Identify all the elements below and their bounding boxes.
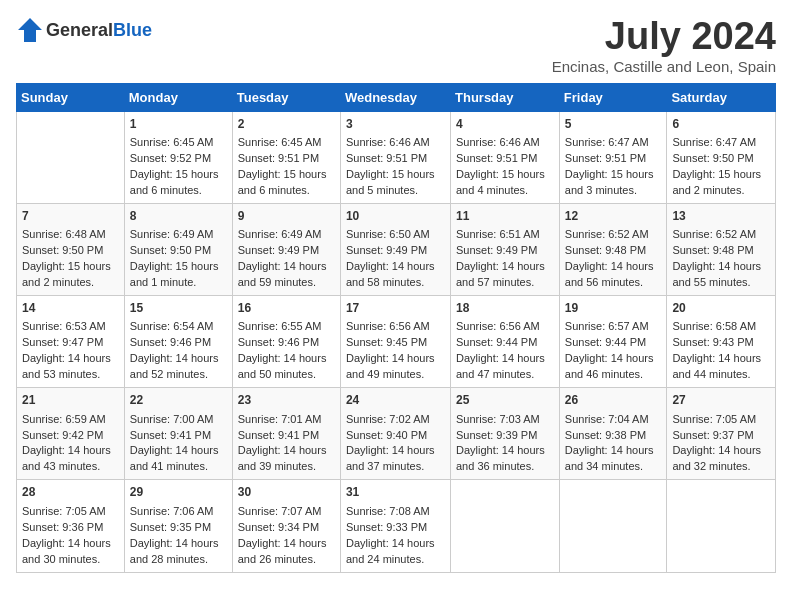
- cell-content: and 3 minutes.: [565, 183, 662, 199]
- calendar-cell: 26Sunrise: 7:04 AMSunset: 9:38 PMDayligh…: [559, 388, 667, 480]
- cell-content: and 37 minutes.: [346, 459, 445, 475]
- cell-content: Daylight: 15 hours: [22, 259, 119, 275]
- weekday-row: SundayMondayTuesdayWednesdayThursdayFrid…: [17, 83, 776, 111]
- cell-content: Daylight: 14 hours: [346, 351, 445, 367]
- day-number: 31: [346, 484, 445, 501]
- cell-content: and 56 minutes.: [565, 275, 662, 291]
- cell-content: Sunset: 9:51 PM: [238, 151, 335, 167]
- cell-content: and 39 minutes.: [238, 459, 335, 475]
- cell-content: and 6 minutes.: [238, 183, 335, 199]
- calendar-cell: 6Sunrise: 6:47 AMSunset: 9:50 PMDaylight…: [667, 111, 776, 203]
- day-number: 5: [565, 116, 662, 133]
- cell-content: Daylight: 14 hours: [238, 443, 335, 459]
- weekday-header: Monday: [124, 83, 232, 111]
- day-number: 13: [672, 208, 770, 225]
- cell-content: Sunset: 9:43 PM: [672, 335, 770, 351]
- calendar-week-row: 28Sunrise: 7:05 AMSunset: 9:36 PMDayligh…: [17, 480, 776, 572]
- cell-content: Sunset: 9:44 PM: [456, 335, 554, 351]
- cell-content: Daylight: 14 hours: [22, 351, 119, 367]
- calendar-cell: [451, 480, 560, 572]
- cell-content: Daylight: 14 hours: [565, 351, 662, 367]
- day-number: 21: [22, 392, 119, 409]
- day-number: 25: [456, 392, 554, 409]
- cell-content: Sunrise: 6:58 AM: [672, 319, 770, 335]
- cell-content: Daylight: 14 hours: [238, 259, 335, 275]
- month-title: July 2024: [552, 16, 776, 58]
- cell-content: Sunrise: 6:49 AM: [130, 227, 227, 243]
- cell-content: Sunset: 9:51 PM: [346, 151, 445, 167]
- day-number: 19: [565, 300, 662, 317]
- cell-content: Sunset: 9:38 PM: [565, 428, 662, 444]
- cell-content: Sunrise: 6:54 AM: [130, 319, 227, 335]
- cell-content: Sunset: 9:46 PM: [238, 335, 335, 351]
- cell-content: Daylight: 15 hours: [238, 167, 335, 183]
- calendar-cell: 22Sunrise: 7:00 AMSunset: 9:41 PMDayligh…: [124, 388, 232, 480]
- cell-content: and 57 minutes.: [456, 275, 554, 291]
- cell-content: Sunset: 9:40 PM: [346, 428, 445, 444]
- cell-content: Sunset: 9:46 PM: [130, 335, 227, 351]
- cell-content: Daylight: 15 hours: [672, 167, 770, 183]
- calendar-cell: 24Sunrise: 7:02 AMSunset: 9:40 PMDayligh…: [340, 388, 450, 480]
- cell-content: Sunset: 9:45 PM: [346, 335, 445, 351]
- cell-content: Sunrise: 7:08 AM: [346, 504, 445, 520]
- day-number: 11: [456, 208, 554, 225]
- cell-content: Sunrise: 7:05 AM: [672, 412, 770, 428]
- logo-text-general: General: [46, 20, 113, 40]
- cell-content: and 1 minute.: [130, 275, 227, 291]
- cell-content: Daylight: 14 hours: [565, 443, 662, 459]
- cell-content: and 50 minutes.: [238, 367, 335, 383]
- cell-content: and 4 minutes.: [456, 183, 554, 199]
- cell-content: and 6 minutes.: [130, 183, 227, 199]
- cell-content: Sunset: 9:51 PM: [456, 151, 554, 167]
- cell-content: Sunrise: 6:53 AM: [22, 319, 119, 335]
- day-number: 23: [238, 392, 335, 409]
- cell-content: Sunset: 9:42 PM: [22, 428, 119, 444]
- day-number: 27: [672, 392, 770, 409]
- cell-content: and 26 minutes.: [238, 552, 335, 568]
- calendar-cell: 15Sunrise: 6:54 AMSunset: 9:46 PMDayligh…: [124, 296, 232, 388]
- cell-content: Sunset: 9:39 PM: [456, 428, 554, 444]
- day-number: 3: [346, 116, 445, 133]
- cell-content: Daylight: 14 hours: [565, 259, 662, 275]
- cell-content: Sunrise: 6:56 AM: [456, 319, 554, 335]
- cell-content: and 36 minutes.: [456, 459, 554, 475]
- calendar-cell: 25Sunrise: 7:03 AMSunset: 9:39 PMDayligh…: [451, 388, 560, 480]
- day-number: 10: [346, 208, 445, 225]
- day-number: 12: [565, 208, 662, 225]
- cell-content: Sunrise: 6:45 AM: [238, 135, 335, 151]
- calendar-week-row: 7Sunrise: 6:48 AMSunset: 9:50 PMDaylight…: [17, 203, 776, 295]
- cell-content: Sunrise: 6:50 AM: [346, 227, 445, 243]
- cell-content: Daylight: 14 hours: [672, 259, 770, 275]
- calendar-cell: 20Sunrise: 6:58 AMSunset: 9:43 PMDayligh…: [667, 296, 776, 388]
- cell-content: Sunrise: 6:56 AM: [346, 319, 445, 335]
- day-number: 26: [565, 392, 662, 409]
- cell-content: and 5 minutes.: [346, 183, 445, 199]
- cell-content: and 34 minutes.: [565, 459, 662, 475]
- day-number: 28: [22, 484, 119, 501]
- calendar-cell: 1Sunrise: 6:45 AMSunset: 9:52 PMDaylight…: [124, 111, 232, 203]
- day-number: 16: [238, 300, 335, 317]
- cell-content: Sunrise: 6:49 AM: [238, 227, 335, 243]
- calendar-cell: 19Sunrise: 6:57 AMSunset: 9:44 PMDayligh…: [559, 296, 667, 388]
- cell-content: and 32 minutes.: [672, 459, 770, 475]
- title-section: July 2024 Encinas, Castille and Leon, Sp…: [552, 16, 776, 75]
- cell-content: and 44 minutes.: [672, 367, 770, 383]
- cell-content: Sunset: 9:49 PM: [346, 243, 445, 259]
- cell-content: Daylight: 14 hours: [130, 536, 227, 552]
- cell-content: Sunset: 9:34 PM: [238, 520, 335, 536]
- calendar-cell: [17, 111, 125, 203]
- calendar-cell: 13Sunrise: 6:52 AMSunset: 9:48 PMDayligh…: [667, 203, 776, 295]
- day-number: 9: [238, 208, 335, 225]
- weekday-header: Friday: [559, 83, 667, 111]
- cell-content: Sunrise: 6:52 AM: [672, 227, 770, 243]
- cell-content: Sunset: 9:47 PM: [22, 335, 119, 351]
- calendar-body: 1Sunrise: 6:45 AMSunset: 9:52 PMDaylight…: [17, 111, 776, 572]
- day-number: 18: [456, 300, 554, 317]
- cell-content: Sunset: 9:52 PM: [130, 151, 227, 167]
- cell-content: Daylight: 14 hours: [22, 536, 119, 552]
- day-number: 1: [130, 116, 227, 133]
- calendar-cell: 18Sunrise: 6:56 AMSunset: 9:44 PMDayligh…: [451, 296, 560, 388]
- cell-content: Daylight: 14 hours: [456, 351, 554, 367]
- cell-content: and 53 minutes.: [22, 367, 119, 383]
- cell-content: Sunset: 9:33 PM: [346, 520, 445, 536]
